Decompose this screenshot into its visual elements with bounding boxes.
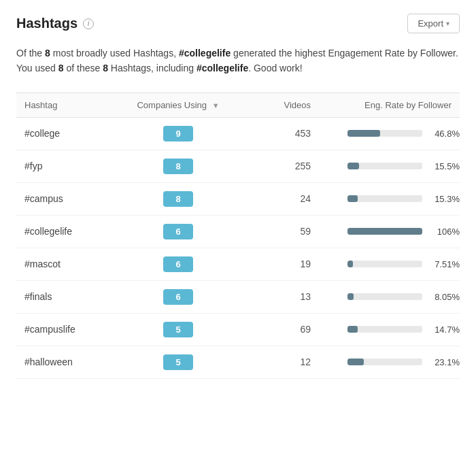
bar-container [347, 130, 422, 137]
videos-cell: 12 [249, 346, 319, 378]
top-hashtag: #collegelife [179, 48, 231, 59]
bar-fill [347, 326, 358, 333]
eng-rate-cell: 106% [319, 215, 460, 248]
used-hashtag: #collegelife [197, 63, 248, 73]
bar-fill [347, 130, 380, 137]
eng-rate-cell: 14.7% [319, 313, 460, 346]
eng-rate-group: 8.05% [327, 292, 460, 302]
eng-rate-value: 15.5% [429, 161, 460, 171]
eng-rate-group: 14.7% [327, 324, 460, 335]
eng-rate-group: 46.8% [327, 129, 460, 139]
bar-container [347, 195, 422, 202]
companies-cell: 5 [108, 313, 249, 346]
table-row: #college 9 453 46.8% [16, 117, 460, 150]
eng-rate-value: 106% [429, 227, 460, 237]
info-icon[interactable]: i [83, 18, 94, 29]
col-header-hashtag: Hashtag [16, 93, 108, 117]
bar-fill [347, 359, 364, 365]
sort-arrow-icon: ▼ [212, 101, 220, 110]
bar-container [347, 261, 422, 267]
eng-rate-cell: 23.1% [319, 346, 460, 378]
table-row: #campuslife 5 69 14.7% [16, 313, 460, 346]
eng-rate-cell: 8.05% [319, 280, 460, 313]
eng-rate-value: 7.51% [429, 259, 460, 269]
videos-cell: 69 [249, 313, 319, 346]
eng-rate-value: 15.3% [429, 194, 460, 204]
total-hashtags-2: 8 [103, 63, 108, 73]
videos-cell: 255 [249, 150, 319, 182]
bar-container [347, 359, 422, 365]
hashtag-cell: #campuslife [16, 313, 108, 346]
chevron-down-icon: ▾ [446, 20, 449, 27]
eng-rate-cell: 7.51% [319, 248, 460, 280]
bar-fill [347, 293, 354, 300]
companies-cell: 6 [108, 280, 249, 313]
col-header-companies[interactable]: Companies Using ▼ [108, 93, 249, 117]
title-group: Hashtags i [16, 16, 94, 31]
table-row: #mascot 6 19 7.51% [16, 248, 460, 280]
hashtag-cell: #fyp [16, 150, 108, 182]
table-header-row: Hashtag Companies Using ▼ Videos Eng. Ra… [16, 93, 460, 117]
eng-rate-group: 15.5% [327, 161, 460, 171]
companies-badge: 8 [163, 191, 193, 207]
companies-badge: 5 [163, 322, 193, 337]
export-button[interactable]: Export ▾ [407, 14, 460, 33]
hashtag-cell: #campus [16, 182, 108, 215]
bar-fill [347, 163, 359, 169]
eng-rate-cell: 46.8% [319, 117, 460, 150]
companies-cell: 8 [108, 150, 249, 182]
companies-badge: 5 [163, 354, 193, 370]
hashtags-table: Hashtag Companies Using ▼ Videos Eng. Ra… [16, 93, 460, 379]
hashtag-cell: #mascot [16, 248, 108, 280]
videos-cell: 59 [249, 215, 319, 248]
videos-cell: 19 [249, 248, 319, 280]
companies-badge: 8 [163, 159, 193, 174]
total-hashtags-1: 8 [45, 48, 50, 59]
bar-container [347, 326, 422, 333]
companies-badge: 6 [163, 256, 193, 272]
bar-container [347, 293, 422, 300]
eng-rate-value: 8.05% [429, 292, 460, 302]
companies-badge: 6 [163, 289, 193, 305]
companies-cell: 6 [108, 215, 249, 248]
hashtag-cell: #collegelife [16, 215, 108, 248]
page-header: Hashtags i Export ▾ [16, 14, 460, 33]
table-row: #collegelife 6 59 106% [16, 215, 460, 248]
bar-fill [347, 261, 353, 267]
table-row: #campus 8 24 15.3% [16, 182, 460, 215]
eng-rate-value: 23.1% [429, 357, 460, 367]
col-header-videos: Videos [249, 93, 319, 117]
companies-cell: 5 [108, 346, 249, 378]
companies-cell: 9 [108, 117, 249, 150]
hashtag-cell: #halloween [16, 346, 108, 378]
bar-container [347, 163, 422, 169]
bar-fill [347, 228, 422, 235]
videos-cell: 453 [249, 117, 319, 150]
eng-rate-value: 46.8% [429, 129, 460, 139]
bar-container [347, 228, 422, 235]
videos-cell: 13 [249, 280, 319, 313]
companies-badge: 6 [163, 224, 193, 239]
table-row: #fyp 8 255 15.5% [16, 150, 460, 182]
companies-cell: 8 [108, 182, 249, 215]
eng-rate-group: 106% [327, 227, 460, 237]
table-row: #halloween 5 12 23.1% [16, 346, 460, 378]
page-title: Hashtags [16, 16, 78, 31]
col-header-eng-rate: Eng. Rate by Follower [319, 93, 460, 117]
eng-rate-group: 15.3% [327, 194, 460, 204]
eng-rate-group: 7.51% [327, 259, 460, 269]
eng-rate-cell: 15.3% [319, 182, 460, 215]
table-row: #finals 6 13 8.05% [16, 280, 460, 313]
used-count: 8 [58, 63, 64, 73]
eng-rate-value: 14.7% [429, 324, 460, 335]
bar-fill [347, 195, 358, 202]
hashtag-cell: #college [16, 117, 108, 150]
summary-text: Of the 8 most broadly used Hashtags, #co… [16, 46, 460, 76]
companies-badge: 9 [163, 126, 193, 142]
eng-rate-group: 23.1% [327, 357, 460, 367]
hashtag-cell: #finals [16, 280, 108, 313]
videos-cell: 24 [249, 182, 319, 215]
companies-cell: 6 [108, 248, 249, 280]
eng-rate-cell: 15.5% [319, 150, 460, 182]
